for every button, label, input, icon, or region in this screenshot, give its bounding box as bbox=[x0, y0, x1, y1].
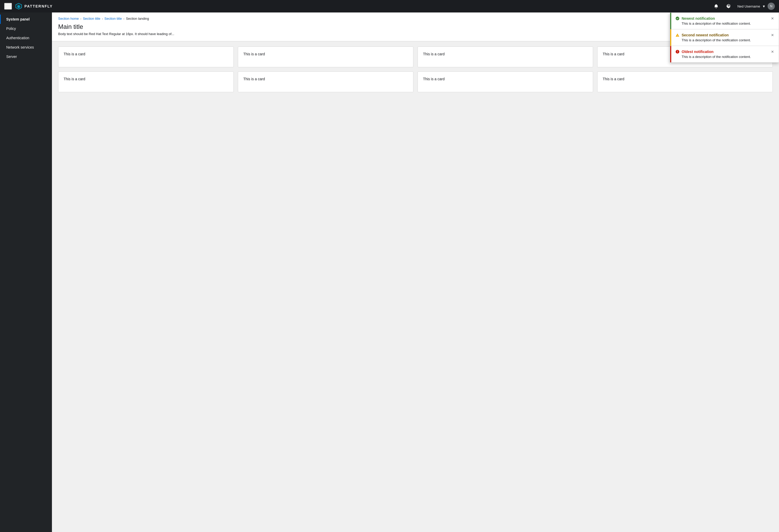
user-menu[interactable]: Ned Username ▼ N bbox=[737, 3, 775, 10]
breadcrumb-sep-1: › bbox=[80, 17, 81, 20]
breadcrumb-sep-3: › bbox=[123, 17, 124, 20]
card-1[interactable]: This is a card bbox=[58, 47, 234, 67]
success-icon bbox=[675, 16, 679, 20]
breadcrumb-sep-2: › bbox=[102, 17, 103, 20]
card-5[interactable]: This is a card bbox=[58, 71, 234, 92]
bell-icon bbox=[714, 4, 719, 9]
sidebar: System panel Policy Authentication Netwo… bbox=[0, 12, 52, 532]
notification-item-oldest: ! Oldest notification ✕ This is a descri… bbox=[670, 46, 779, 62]
danger-icon: ! bbox=[675, 50, 679, 54]
breadcrumb: Section home › Section title › Section t… bbox=[58, 17, 773, 20]
navbar: PATTERNFLY Ned Username ▼ N bbox=[0, 0, 779, 12]
navbar-actions: Ned Username ▼ N bbox=[713, 3, 775, 10]
second-notification-close-button[interactable]: ✕ bbox=[770, 33, 775, 37]
oldest-notification-title: Oldest notification bbox=[681, 50, 768, 54]
notification-header-newest: Newest notification ✕ bbox=[675, 16, 775, 20]
gear-icon bbox=[726, 4, 731, 9]
settings-button[interactable] bbox=[725, 3, 732, 10]
sidebar-item-authentication[interactable]: Authentication bbox=[0, 33, 52, 43]
username-label: Ned Username bbox=[737, 4, 760, 8]
user-dropdown-icon: ▼ bbox=[762, 4, 766, 8]
notification-item-second: ! Second newest notification ✕ This is a… bbox=[670, 29, 779, 46]
sidebar-item-server[interactable]: Server bbox=[0, 52, 52, 61]
notification-header-second: ! Second newest notification ✕ bbox=[675, 33, 775, 37]
card-7[interactable]: This is a card bbox=[418, 71, 593, 92]
newest-notification-title: Newest notification bbox=[681, 16, 768, 20]
app-body: System panel Policy Authentication Netwo… bbox=[0, 12, 779, 532]
card-3[interactable]: This is a card bbox=[418, 47, 593, 67]
breadcrumb-link-2[interactable]: Section title bbox=[83, 17, 100, 20]
second-notification-description: This is a description of the notificatio… bbox=[675, 38, 775, 42]
breadcrumb-current: Section landing bbox=[126, 17, 149, 20]
sidebar-item-network-services[interactable]: Network services bbox=[0, 43, 52, 52]
card-8[interactable]: This is a card bbox=[597, 71, 773, 92]
oldest-notification-close-button[interactable]: ✕ bbox=[770, 50, 775, 54]
card-6[interactable]: This is a card bbox=[238, 71, 413, 92]
svg-text:!: ! bbox=[677, 34, 678, 37]
avatar: N bbox=[768, 3, 775, 10]
sidebar-item-system-panel[interactable]: System panel bbox=[0, 14, 52, 24]
page-body-text: Body text should be Red Hat Text Regular… bbox=[58, 32, 773, 36]
svg-point-3 bbox=[676, 17, 679, 20]
hamburger-menu-button[interactable] bbox=[4, 3, 12, 10]
notification-item-newest: Newest notification ✕ This is a descript… bbox=[670, 13, 779, 29]
page-title: Main title bbox=[58, 23, 773, 31]
main-content: Section home › Section title › Section t… bbox=[52, 12, 779, 532]
cards-grid: This is a card This is a card This is a … bbox=[58, 47, 773, 92]
brand-name: PATTERNFLY bbox=[24, 4, 53, 8]
sidebar-item-policy[interactable]: Policy bbox=[0, 24, 52, 33]
second-notification-title: Second newest notification bbox=[681, 33, 768, 37]
notification-header-oldest: ! Oldest notification ✕ bbox=[675, 50, 775, 54]
cards-area: This is a card This is a card This is a … bbox=[52, 41, 779, 532]
newest-notification-description: This is a description of the notificatio… bbox=[675, 21, 775, 25]
card-2[interactable]: This is a card bbox=[238, 47, 413, 67]
svg-text:!: ! bbox=[677, 50, 678, 53]
warning-icon: ! bbox=[675, 33, 679, 37]
newest-notification-close-button[interactable]: ✕ bbox=[770, 17, 775, 20]
notification-panel: Newest notification ✕ This is a descript… bbox=[670, 12, 779, 63]
breadcrumb-link-1[interactable]: Section home bbox=[58, 17, 79, 20]
breadcrumb-link-3[interactable]: Section title bbox=[104, 17, 122, 20]
logo: PATTERNFLY bbox=[15, 3, 53, 10]
oldest-notification-description: This is a description of the notificatio… bbox=[675, 55, 775, 59]
patternfly-logo-icon bbox=[15, 3, 22, 10]
notifications-button[interactable] bbox=[713, 3, 720, 10]
